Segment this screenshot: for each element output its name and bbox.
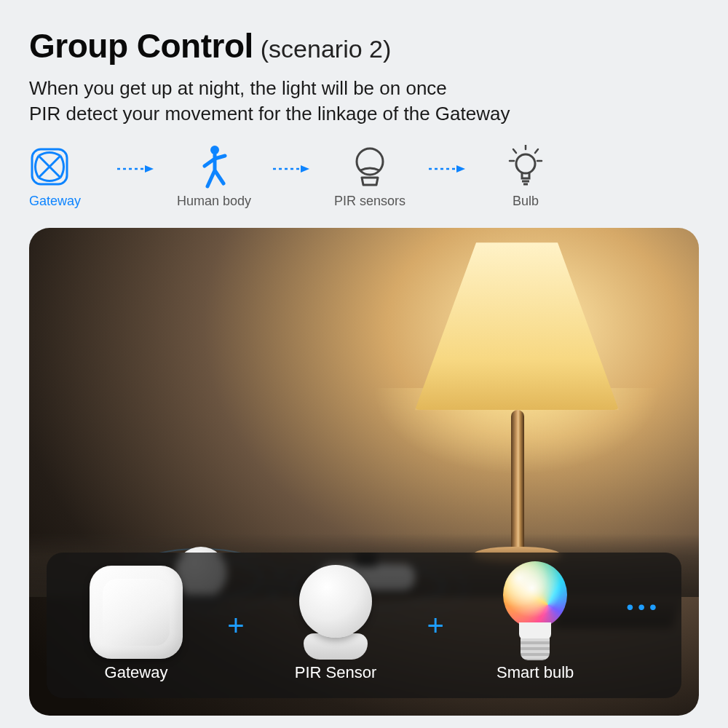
svg-line-8 xyxy=(535,149,538,153)
flow-gateway-label: Gateway xyxy=(29,194,81,209)
svg-line-7 xyxy=(513,149,516,153)
product-sensor: PIR Sensor xyxy=(266,569,405,682)
flow-bulb-label: Bulb xyxy=(513,194,539,209)
more-icon: ••• xyxy=(627,596,661,619)
bulb-product-icon xyxy=(499,561,571,663)
plus-icon: + xyxy=(427,609,443,642)
product-gateway-label: Gateway xyxy=(105,663,168,682)
plus-icon: + xyxy=(227,609,244,642)
product-bar: Gateway + PIR Sensor + Smart bulb ••• xyxy=(47,553,681,698)
flow-human: Human body xyxy=(170,144,258,209)
flow-pir-label: PIR sensors xyxy=(334,194,405,209)
flow-pir: PIR sensors xyxy=(326,144,414,209)
gateway-product-icon xyxy=(90,566,183,659)
product-bulb: Smart bulb xyxy=(466,569,604,682)
title-bold: Group Control xyxy=(29,26,253,66)
svg-point-11 xyxy=(516,154,535,173)
product-sensor-label: PIR Sensor xyxy=(295,663,377,682)
product-gateway: Gateway xyxy=(67,569,205,682)
sensor-product-icon xyxy=(292,565,379,660)
arrow-icon xyxy=(111,164,162,174)
arrow-icon xyxy=(422,164,473,174)
description-text: When you get up at night, the light will… xyxy=(29,76,699,127)
gateway-icon xyxy=(29,144,70,189)
pir-sensor-icon xyxy=(352,144,388,189)
bulb-icon xyxy=(507,144,544,189)
flow-bulb: Bulb xyxy=(482,144,569,209)
scenario-image: Gateway + PIR Sensor + Smart bulb ••• xyxy=(29,228,699,716)
flow-gateway: Gateway xyxy=(29,144,102,209)
flow-diagram: Gateway Human body xyxy=(29,144,699,209)
human-icon xyxy=(197,144,231,189)
page-title: Group Control (scenario 2) xyxy=(29,26,699,66)
flow-human-label: Human body xyxy=(177,194,251,209)
title-subtitle: (scenario 2) xyxy=(261,35,392,63)
product-bulb-label: Smart bulb xyxy=(496,663,574,682)
arrow-icon xyxy=(266,164,317,174)
